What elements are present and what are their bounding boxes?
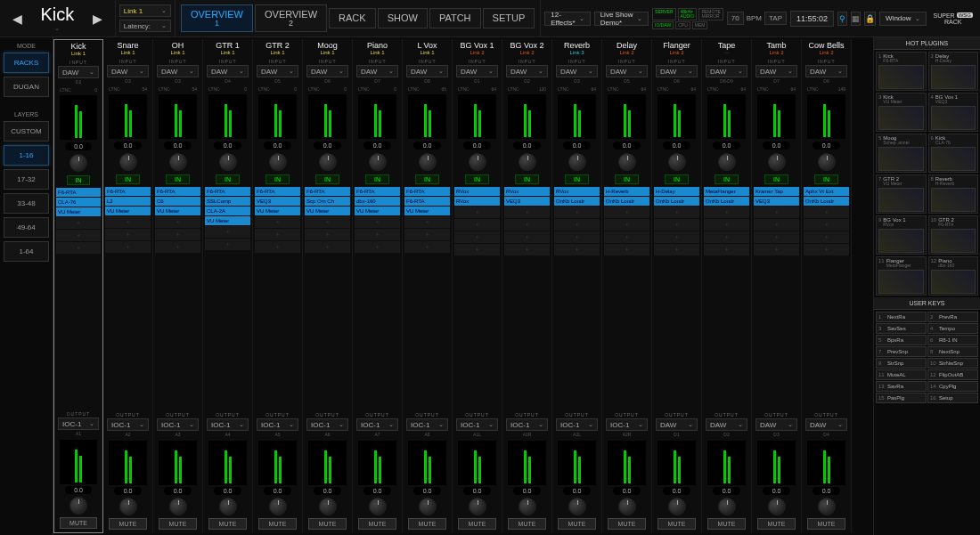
channel-strip[interactable]: L VoxLink 1INPUTDAW⌄D8LTNC650.0INF6-RTAF… bbox=[403, 39, 453, 533]
link-icon[interactable]: ⚲ bbox=[837, 12, 847, 26]
strip-link[interactable]: Link 2 bbox=[602, 50, 651, 57]
channel-strip[interactable]: Cow BellsLink 2INPUTDAW⌄D6LTNC1490.0INAp… bbox=[802, 39, 852, 533]
user-key[interactable]: 12FlipOutAB bbox=[927, 369, 978, 380]
plugin-slot-empty[interactable]: + bbox=[454, 219, 500, 231]
user-key[interactable]: 15PasPlg bbox=[876, 393, 927, 403]
plugin-slot-empty[interactable]: + bbox=[654, 231, 699, 243]
output-gain-knob[interactable] bbox=[652, 498, 701, 515]
hot-plugin-slot[interactable]: 12Pianodbx-160 bbox=[928, 256, 979, 296]
channel-strip[interactable]: PianoLink 1INPUTDAW⌄D7LTNC00.0INF6-RTAdb… bbox=[353, 39, 403, 533]
output-gain-knob[interactable] bbox=[203, 498, 252, 515]
plugin-slot[interactable]: OnKb Loudr bbox=[604, 197, 649, 206]
plugin-slot-empty[interactable]: + bbox=[355, 229, 400, 240]
plugin-slot-empty[interactable]: + bbox=[155, 241, 200, 253]
plugin-slot-empty[interactable]: + bbox=[404, 241, 450, 253]
input-gain-knob[interactable] bbox=[652, 153, 701, 171]
output-select[interactable]: IOC-1⌄ bbox=[306, 418, 348, 431]
hot-plugin-slot[interactable]: 3KickVU Meter bbox=[876, 93, 927, 132]
in-button[interactable]: IN bbox=[365, 174, 389, 184]
channel-strip[interactable]: KickLink 1INPUTDAW⌄D2LTNC00.0INF6-RTACLA… bbox=[53, 39, 103, 533]
snapshot-select[interactable]: 12-Effects*⌄ bbox=[544, 12, 590, 26]
output-gain-knob[interactable] bbox=[353, 498, 402, 515]
plugin-slot-empty[interactable]: + bbox=[155, 229, 200, 240]
user-key[interactable]: 6R8-1 IN bbox=[927, 335, 978, 345]
plugin-slot-empty[interactable]: + bbox=[355, 241, 400, 253]
plugin-slot-empty[interactable]: + bbox=[404, 216, 450, 228]
strip-link[interactable]: Link 2 bbox=[802, 50, 851, 57]
plugin-slot-empty[interactable]: + bbox=[155, 216, 200, 228]
plugin-slot-empty[interactable]: + bbox=[56, 230, 101, 241]
output-gain-knob[interactable] bbox=[552, 498, 601, 515]
plugin-slot-empty[interactable]: + bbox=[804, 231, 849, 243]
plugin-slot[interactable]: H-Delay bbox=[654, 187, 699, 196]
mute-button[interactable]: MUTE bbox=[458, 518, 496, 530]
output-select[interactable]: DAW⌄ bbox=[706, 418, 747, 431]
plugin-slot-empty[interactable]: + bbox=[56, 242, 101, 254]
output-gain-knob[interactable] bbox=[502, 498, 551, 515]
input-gain-knob[interactable] bbox=[752, 153, 801, 171]
plugin-slot-empty[interactable]: + bbox=[554, 207, 600, 218]
plugin-slot[interactable]: VEQ3 bbox=[255, 197, 300, 206]
input-select[interactable]: DAW⌄ bbox=[706, 65, 747, 77]
user-key[interactable]: 7PrevSnp bbox=[876, 346, 927, 357]
plugin-slot[interactable]: VU Meter bbox=[155, 207, 200, 215]
plugin-slot-empty[interactable]: + bbox=[305, 229, 350, 240]
plugin-slot-empty[interactable]: + bbox=[404, 229, 450, 240]
plugin-slot[interactable]: Scp Om Ch bbox=[305, 197, 350, 206]
input-gain-knob[interactable] bbox=[602, 153, 651, 171]
plugin-slot-empty[interactable]: + bbox=[704, 219, 749, 231]
input-gain-knob[interactable] bbox=[303, 153, 352, 171]
output-select[interactable]: IOC-1⌄ bbox=[506, 418, 548, 431]
plugin-slot[interactable]: RVox bbox=[454, 187, 500, 196]
sidebar-layer-33-48[interactable]: 33-48 bbox=[4, 193, 49, 214]
input-gain-knob[interactable] bbox=[153, 153, 202, 171]
plugin-slot[interactable]: H-Reverb bbox=[604, 187, 649, 196]
strip-link[interactable]: Link 2 bbox=[752, 50, 801, 57]
mute-button[interactable]: MUTE bbox=[159, 518, 197, 530]
mute-button[interactable]: MUTE bbox=[757, 518, 796, 530]
input-gain-knob[interactable] bbox=[103, 153, 152, 171]
plugin-slot[interactable]: OnKb Loudr bbox=[804, 197, 849, 206]
sidebar-layer-49-64[interactable]: 49-64 bbox=[4, 217, 49, 238]
channel-strip[interactable]: Tape—INPUTDAW⌄D8-D9LTNC640.0INMetaFlange… bbox=[702, 39, 752, 533]
channel-strip[interactable]: GTR 1Link 1INPUTDAW⌄D4LTNC00.0INF6-RTASS… bbox=[203, 39, 253, 533]
plugin-slot-empty[interactable]: + bbox=[554, 231, 600, 243]
input-select[interactable]: DAW⌄ bbox=[656, 65, 698, 77]
input-select[interactable]: DAW⌄ bbox=[556, 65, 598, 77]
in-button[interactable]: IN bbox=[166, 174, 190, 184]
tab-patch[interactable]: PATCH bbox=[429, 8, 481, 28]
input-gain-knob[interactable] bbox=[552, 153, 601, 171]
next-channel-arrow[interactable]: ▶ bbox=[87, 12, 108, 26]
mute-button[interactable]: MUTE bbox=[807, 518, 845, 530]
user-key[interactable]: 8NextSnp bbox=[927, 346, 978, 357]
plugin-slot[interactable]: F6-RTA bbox=[404, 197, 450, 206]
user-key[interactable]: 16Setup bbox=[927, 393, 978, 403]
plugin-slot[interactable]: OnKb Loudr bbox=[704, 197, 749, 206]
hot-plugin-slot[interactable]: 4BG Vox 1VEQ3 bbox=[928, 93, 979, 132]
user-key[interactable]: 3SavSes bbox=[876, 323, 927, 334]
output-gain-knob[interactable] bbox=[752, 498, 801, 515]
tab-overview-1[interactable]: OVERVIEW1 bbox=[181, 4, 253, 33]
plugin-slot[interactable]: RVox bbox=[454, 197, 500, 206]
mute-button[interactable]: MUTE bbox=[60, 517, 97, 529]
input-select[interactable]: DAW⌄ bbox=[306, 65, 348, 77]
channel-strip[interactable]: OHLink 1INPUTDAW⌄D3LTNC540.0INF6-RTAC6VU… bbox=[153, 39, 203, 533]
hot-plugin-slot[interactable]: 9BG Vox 1RVox bbox=[876, 215, 927, 255]
in-button[interactable]: IN bbox=[415, 174, 439, 184]
plugin-slot-empty[interactable]: + bbox=[56, 217, 101, 229]
plugin-slot-empty[interactable]: + bbox=[504, 231, 550, 243]
strip-link[interactable]: Link 2 bbox=[652, 50, 701, 57]
plugin-slot[interactable]: VU Meter bbox=[56, 207, 101, 216]
plugin-slot-empty[interactable]: + bbox=[554, 244, 600, 255]
user-key[interactable]: 11MuteAL bbox=[876, 369, 927, 380]
input-gain-knob[interactable] bbox=[253, 153, 302, 171]
mute-button[interactable]: MUTE bbox=[707, 518, 746, 530]
in-button[interactable]: IN bbox=[515, 174, 539, 184]
plugin-slot-empty[interactable]: + bbox=[305, 216, 350, 228]
hot-plugin-slot[interactable]: 7GTR 2VU Meter bbox=[876, 174, 927, 214]
strip-link[interactable]: Link 1 bbox=[103, 50, 152, 57]
plugin-slot[interactable]: F6-RTA bbox=[355, 187, 400, 196]
strip-link[interactable]: Link 1 bbox=[153, 50, 202, 57]
user-key[interactable]: 10StrNwSnp bbox=[927, 358, 978, 369]
channel-strip[interactable]: DelayLink 2INPUTDAW⌄D5LTNC640.0INH-Rever… bbox=[602, 39, 652, 533]
